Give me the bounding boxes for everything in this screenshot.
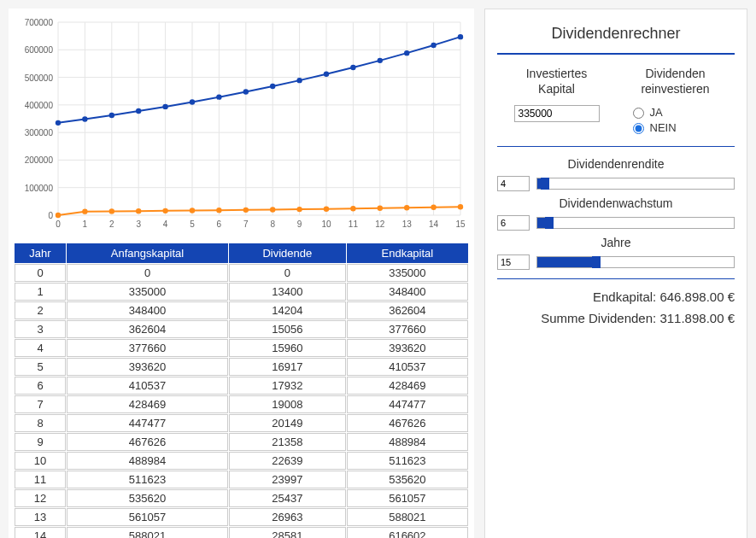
svg-point-66 [109,208,114,213]
svg-text:8: 8 [270,219,275,229]
table-cell: 362604 [67,320,228,338]
svg-point-70 [216,208,221,213]
reinvest-no-radio[interactable] [633,123,644,134]
table-cell: 561057 [347,489,468,507]
table-cell: 13 [15,508,66,526]
svg-text:1: 1 [83,219,88,229]
svg-point-67 [136,208,141,213]
table-cell: 28581 [229,527,346,538]
endcapital-value: 646.898.00 € [659,289,735,304]
reinvest-label: Dividenden reinvestieren [629,67,723,96]
table-cell: 377660 [347,320,468,338]
table-cell: 393620 [347,339,468,357]
table-cell: 19008 [229,395,346,413]
table-row: 000335000 [15,264,468,282]
svg-point-61 [404,50,409,56]
table-cell: 348400 [347,283,468,301]
yield-label: Dividendenrendite [497,157,735,171]
growth-slider[interactable] [536,217,735,229]
years-value-input[interactable] [497,254,530,270]
yield-value-input[interactable] [497,176,530,191]
table-cell: 9 [15,433,66,451]
table-cell: 16917 [229,358,346,376]
table-cell: 488984 [347,433,468,451]
reinvest-no-option[interactable]: NEIN [629,120,723,134]
divider [497,53,735,55]
slider-thumb[interactable] [592,256,601,268]
svg-text:3: 3 [136,219,141,229]
divsum-label: Summe Dividenden: [541,311,656,325]
svg-point-64 [56,213,61,218]
table-row: 1458802128581616602 [15,527,468,538]
table-cell: 11 [15,471,66,488]
table-cell: 8 [15,414,66,432]
svg-point-57 [296,78,302,83]
invested-capital-input[interactable] [514,105,600,122]
table-cell: 7 [15,395,66,413]
svg-text:7: 7 [243,219,249,229]
years-label: Jahre [497,236,735,249]
years-slider[interactable] [536,256,735,268]
divsum-value: 311.898.00 € [659,311,735,325]
col-end: Endkapital [347,243,468,263]
table-cell: 15056 [229,320,346,338]
svg-point-69 [190,208,195,213]
table-cell: 428469 [347,377,468,395]
table-row: 234840014204362604 [15,301,468,319]
table-cell: 561057 [67,508,228,526]
table-cell: 21358 [229,433,346,451]
svg-text:400000: 400000 [25,101,54,110]
svg-point-76 [378,206,383,211]
svg-point-79 [458,204,463,209]
divider [497,278,735,279]
table-cell: 2 [15,301,66,319]
invested-capital-label: Investiertes Kapital [510,67,604,96]
svg-point-49 [82,116,87,121]
panel-title: Dividendenrechner [497,20,735,53]
table-cell: 467626 [347,414,468,432]
table-row: 133500013400348400 [15,283,468,301]
table-cell: 5 [15,358,66,376]
slider-thumb[interactable] [545,217,554,229]
svg-text:6: 6 [217,219,222,229]
svg-text:200000: 200000 [25,155,54,165]
table-cell: 10 [15,452,66,470]
svg-point-74 [324,206,329,211]
col-div: Dividende [229,243,346,263]
svg-point-53 [190,99,195,104]
table-cell: 335000 [67,283,228,301]
yield-slider[interactable] [536,178,735,190]
svg-text:9: 9 [297,219,302,229]
svg-text:100000: 100000 [25,184,54,193]
svg-text:10: 10 [321,219,331,229]
table-row: 336260415056377660 [15,320,468,338]
table-cell: 377660 [67,339,228,357]
table-cell: 25437 [229,489,346,507]
endcapital-label: Endkapital: [593,289,656,304]
svg-point-62 [431,43,436,48]
table-cell: 447477 [67,414,228,432]
table-cell: 362604 [347,301,468,319]
svg-text:12: 12 [375,219,385,229]
table-cell: 17932 [229,377,346,395]
growth-value-input[interactable] [497,215,530,231]
table-cell: 3 [15,320,66,338]
table-cell: 15960 [229,339,346,357]
reinvest-yes-radio[interactable] [633,108,644,119]
svg-text:15: 15 [455,219,466,229]
svg-point-65 [82,208,87,213]
reinvest-yes-option[interactable]: JA [629,105,723,119]
table-row: 1253562025437561057 [15,489,468,507]
svg-text:5: 5 [190,219,195,229]
slider-thumb[interactable] [541,178,549,190]
svg-point-72 [270,207,275,212]
table-cell: 447477 [347,395,468,413]
table-cell: 335000 [347,264,468,282]
table-cell: 410537 [67,377,228,395]
table-cell: 511623 [67,471,228,488]
table-cell: 535620 [67,489,228,507]
table-cell: 467626 [67,433,228,451]
svg-point-60 [378,58,383,63]
table-cell: 535620 [347,471,468,488]
table-cell: 588021 [67,527,228,538]
